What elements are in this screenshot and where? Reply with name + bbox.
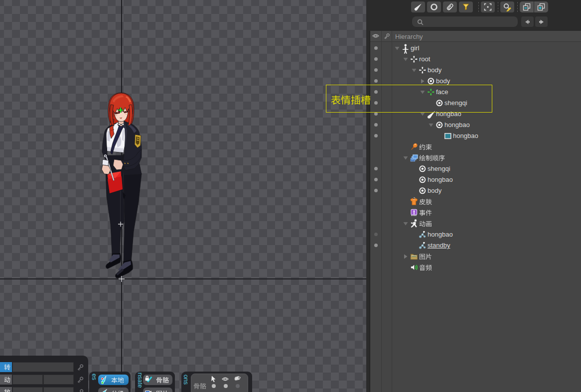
svg-text:2: 2 [414, 197, 416, 200]
